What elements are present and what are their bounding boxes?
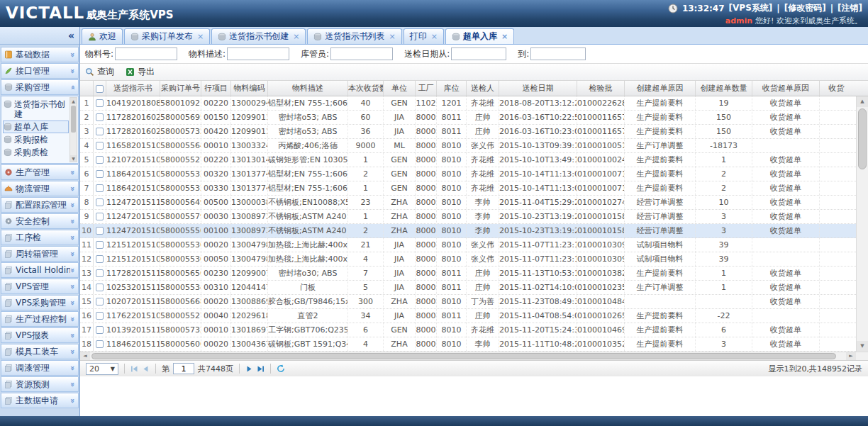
sidebar-group-14[interactable]: 模具工装车»	[1, 344, 79, 359]
column-header-5[interactable]: 本次收货数	[348, 81, 384, 96]
row-checkbox[interactable]	[96, 269, 104, 277]
column-header-4[interactable]: 物料描述	[268, 81, 348, 96]
chevron-down-icon[interactable]: »	[68, 365, 77, 370]
scroll-left-icon[interactable]: ◄	[80, 352, 90, 360]
column-header-0[interactable]: 送货指示书	[106, 81, 160, 96]
tab-3[interactable]: 送货指示书列表×	[307, 28, 401, 44]
sidebar-group-7[interactable]: 工序检»	[1, 230, 79, 245]
chevron-down-icon[interactable]: »	[68, 202, 77, 207]
sidebar-item-1[interactable]: 超单入库	[3, 120, 69, 133]
sidebar-group-11[interactable]: VPS采购管理»	[1, 295, 79, 310]
table-row[interactable]: 141025320151101158000553420031012044147门…	[80, 281, 856, 295]
chevron-down-icon[interactable]: »	[68, 235, 77, 240]
sidebar-group-6[interactable]: 安全控制»	[1, 213, 79, 229]
chevron-down-icon[interactable]: »	[68, 68, 77, 73]
row-checkbox[interactable]	[96, 170, 104, 178]
export-button[interactable]: 导出	[126, 66, 155, 78]
table-row[interactable]: 41165820151012058000556410001013003324丙烯…	[80, 139, 856, 153]
table-row[interactable]: 31172820160226058000573200042012099011密封…	[80, 125, 856, 139]
row-checkbox[interactable]	[96, 156, 104, 164]
chevron-down-icon[interactable]: »	[68, 381, 77, 386]
vertical-scrollbar[interactable]: ▲ ▼	[856, 96, 868, 352]
row-checkbox[interactable]	[96, 312, 104, 320]
table-row[interactable]: 171013920151120058000573230001013018697工…	[80, 323, 856, 337]
chevron-down-icon[interactable]: »	[68, 349, 77, 354]
tab-4[interactable]: 打印×	[404, 28, 444, 44]
previous-page-button[interactable]	[142, 365, 150, 373]
table-row[interactable]: 71186420151014058000553270033013013774铝型…	[80, 181, 856, 196]
chevron-down-icon[interactable]: »	[68, 169, 77, 174]
row-checkbox[interactable]	[96, 241, 104, 249]
filter-input-1[interactable]	[227, 47, 289, 60]
chevron-down-icon[interactable]: »	[68, 267, 77, 272]
chevron-down-icon[interactable]: »	[68, 398, 77, 403]
table-row[interactable]: 91124720151022058000557930003013008973不锈…	[80, 210, 856, 224]
row-checkbox[interactable]	[96, 213, 104, 220]
column-header-2[interactable]: 行项目	[201, 81, 231, 96]
horizontal-scroll-thumb[interactable]	[91, 353, 836, 359]
row-checkbox[interactable]	[96, 340, 104, 348]
table-row[interactable]: 151020720151110058000566820002013008869胶…	[80, 295, 856, 309]
column-header-14[interactable]: 收货超单原因	[752, 81, 820, 96]
sidebar-group-2[interactable]: 采购管理»	[1, 79, 79, 95]
sidebar-group-5[interactable]: 配置跟踪管理»	[1, 197, 79, 213]
row-checkbox[interactable]	[96, 128, 104, 135]
tab-1[interactable]: 采购订单发布×	[124, 28, 210, 44]
sidebar-group-15[interactable]: 调漆管理»	[1, 360, 79, 376]
sidebar-group-0[interactable]: 基础数据»	[1, 47, 79, 62]
sidebar-item-2[interactable]: 采购报检	[3, 133, 69, 146]
column-header-11[interactable]: 检验批	[577, 81, 625, 96]
scroll-up-icon[interactable]: ▲	[70, 98, 77, 104]
column-header-7[interactable]: 工厂	[416, 81, 437, 96]
table-row[interactable]: 101124720151022058000555020010013008973不…	[80, 224, 856, 238]
scroll-down-icon[interactable]: ▼	[70, 155, 77, 162]
vertical-scroll-thumb[interactable]	[858, 108, 867, 169]
sidebar-group-17[interactable]: 主数据申请»	[1, 393, 79, 408]
row-checkbox[interactable]	[96, 184, 104, 192]
column-header-15[interactable]: 收货	[820, 81, 853, 96]
page-number-input[interactable]	[173, 363, 194, 374]
sidebar-group-12[interactable]: 生产过程控制»	[1, 311, 79, 327]
select-all-checkbox[interactable]	[96, 85, 104, 93]
close-icon[interactable]: ×	[431, 32, 438, 41]
sidebar-group-9[interactable]: Victall Holding»	[1, 262, 79, 278]
horizontal-scrollbar[interactable]: ◄ ►	[80, 352, 868, 360]
table-row[interactable]: 21172820160226058000569520015012099011密封…	[80, 111, 856, 125]
row-checkbox[interactable]	[96, 113, 104, 121]
table-row[interactable]: 181184620151111058000560670002013004367碳…	[80, 337, 856, 352]
table-row[interactable]: 81124720151104058000564910050013000038不锈…	[80, 196, 856, 210]
refresh-button[interactable]	[277, 364, 285, 373]
next-page-button[interactable]	[245, 365, 253, 373]
row-checkbox[interactable]	[96, 298, 104, 306]
chevron-down-icon[interactable]: »	[68, 332, 77, 337]
column-header-12[interactable]: 创建超单原因	[625, 81, 696, 96]
last-page-button[interactable]	[257, 365, 265, 373]
sidebar-item-3[interactable]: 采购质检	[3, 146, 69, 159]
column-header-8[interactable]: 库位	[437, 81, 467, 96]
chevron-up-icon[interactable]: »	[68, 84, 77, 89]
column-header-10[interactable]: 送检日期	[499, 81, 577, 96]
chevron-down-icon[interactable]: »	[68, 52, 77, 57]
column-header-3[interactable]: 物料编码	[231, 81, 268, 96]
search-button[interactable]: 查询	[85, 66, 114, 78]
sidebar-group-1[interactable]: 接口管理»	[1, 63, 79, 79]
tab-2[interactable]: 送货指示书创建×	[211, 28, 306, 44]
sidebar-item-0[interactable]: 送货指示书创建	[3, 98, 69, 120]
submenu-scrollbar[interactable]: ▲▼	[69, 97, 77, 162]
tab-5[interactable]: 超单入库×	[445, 28, 514, 44]
table-row[interactable]: 61186420151014058000553270032013013774铝型…	[80, 167, 856, 181]
table-row[interactable]: 161176220151022058000552730004012029618直…	[80, 309, 856, 323]
row-checkbox[interactable]	[96, 142, 104, 150]
row-checkbox[interactable]	[96, 198, 104, 206]
close-icon[interactable]: ×	[293, 32, 299, 41]
filter-input-2[interactable]	[330, 47, 393, 60]
row-checkbox[interactable]	[96, 227, 104, 235]
filter-input-4[interactable]	[530, 47, 586, 60]
filter-input-3[interactable]	[451, 47, 506, 60]
sidebar-group-3[interactable]: 生产管理»	[1, 164, 79, 180]
row-checkbox[interactable]	[96, 255, 104, 263]
column-header-1[interactable]: 采购订单号	[160, 81, 201, 96]
close-icon[interactable]: ×	[197, 32, 204, 41]
logout-link[interactable]: [注销]	[838, 2, 862, 14]
column-header-13[interactable]: 创建超单数量	[696, 81, 752, 96]
